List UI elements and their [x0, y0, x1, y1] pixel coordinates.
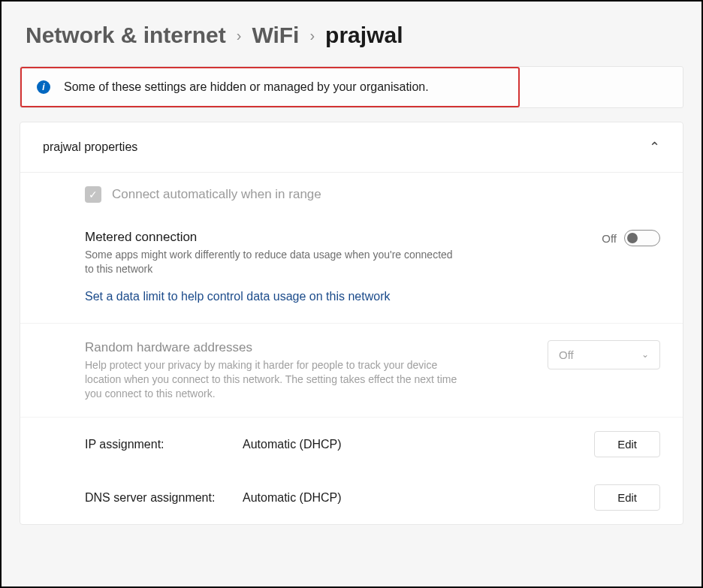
info-icon: i [37, 80, 50, 94]
random-hardware-row: Random hardware addresses Help protect y… [20, 324, 683, 418]
metered-desc: Some apps might work differently to redu… [85, 248, 460, 276]
random-hardware-dropdown[interactable]: Off ⌄ [548, 340, 660, 369]
ip-assignment-value: Automatic (DHCP) [243, 438, 579, 451]
breadcrumb-current: prajwal [325, 23, 403, 48]
auto-connect-checkbox[interactable]: ✓ [85, 186, 101, 203]
chevron-up-icon: ⌃ [649, 139, 660, 155]
metered-connection-row: Metered connection Some apps might work … [20, 216, 683, 324]
toggle-knob [627, 233, 638, 243]
random-title: Random hardware addresses [85, 340, 548, 355]
chevron-right-icon: › [237, 27, 242, 44]
ip-assignment-label: IP assignment: [85, 438, 228, 451]
auto-connect-row: ✓ Connect automatically when in range [20, 173, 683, 216]
chevron-down-icon: ⌄ [641, 349, 649, 360]
org-managed-banner: i Some of these settings are hidden or m… [20, 66, 683, 108]
properties-panel: prajwal properties ⌃ ✓ Connect automatic… [20, 122, 683, 525]
random-desc: Help protect your privacy by making it h… [85, 358, 460, 401]
breadcrumb-wifi[interactable]: WiFi [252, 23, 299, 48]
dns-edit-button[interactable]: Edit [594, 484, 660, 511]
breadcrumb-network[interactable]: Network & internet [26, 23, 226, 48]
properties-header[interactable]: prajwal properties ⌃ [20, 122, 683, 173]
breadcrumb: Network & internet › WiFi › prajwal [20, 23, 683, 48]
metered-state-label: Off [602, 232, 617, 245]
org-managed-text: Some of these settings are hidden or man… [64, 80, 429, 94]
dns-assignment-value: Automatic (DHCP) [243, 491, 579, 505]
random-hardware-value: Off [559, 348, 574, 361]
ip-assignment-row: IP assignment: Automatic (DHCP) Edit [20, 418, 683, 471]
chevron-right-icon: › [309, 27, 315, 44]
ip-edit-button[interactable]: Edit [594, 431, 660, 457]
dns-assignment-label: DNS server assignment: [85, 491, 228, 505]
metered-toggle[interactable] [624, 230, 660, 246]
data-limit-link[interactable]: Set a data limit to help control data us… [85, 290, 390, 303]
metered-title: Metered connection [85, 230, 602, 245]
properties-title: prajwal properties [43, 140, 137, 154]
dns-assignment-row: DNS server assignment: Automatic (DHCP) … [20, 471, 683, 524]
auto-connect-label: Connect automatically when in range [112, 187, 321, 202]
